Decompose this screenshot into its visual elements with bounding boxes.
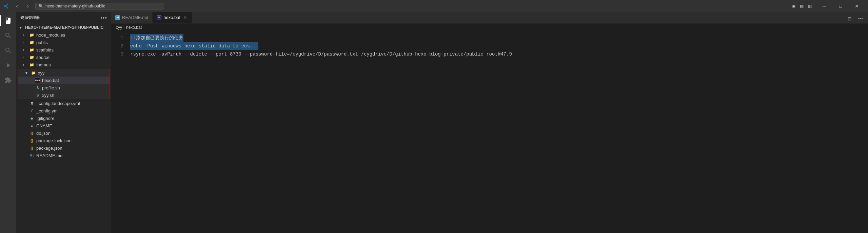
- sidebar-item-config-yml[interactable]: › ! _config.yml: [16, 107, 111, 114]
- tab-label-hexo-bat: hexo.bat: [163, 15, 180, 20]
- tree-label-xyy: xyy: [38, 70, 45, 76]
- more-actions-button[interactable]: •••: [856, 14, 865, 23]
- sidebar-item-package-json[interactable]: › {} package.json: [16, 144, 111, 152]
- folder-icon: 📁: [31, 70, 36, 76]
- folder-icon: 📁: [29, 55, 35, 60]
- layout-btn-1[interactable]: ▣: [790, 3, 797, 9]
- tree-label-profile-sh: profile.sh: [42, 85, 60, 90]
- code-token-1-1: ::添加自己要执行的任务: [130, 34, 183, 42]
- vscode-logo: [3, 3, 9, 9]
- tree-label-cname: CNAME: [36, 123, 52, 128]
- tree-label-hexo-bat: hexo.bat: [42, 78, 59, 83]
- sidebar-item-node_modules[interactable]: › 📁 node_modules: [16, 31, 111, 39]
- sidebar-item-db-json[interactable]: › {} db.json: [16, 129, 111, 137]
- bat-tab-icon: B: [157, 15, 161, 20]
- line-number-2: 2: [111, 42, 123, 50]
- code-token-2-2: Push winodws hexo static data to ecs...: [142, 42, 258, 50]
- chevron-right-icon: ›: [23, 48, 28, 52]
- sidebar-item-profile-sh[interactable]: › $ profile.sh: [18, 84, 110, 91]
- tree-label-source: source: [36, 55, 50, 60]
- nav-forward-button[interactable]: ›: [23, 2, 33, 10]
- sidebar-item-source[interactable]: › 📁 source: [16, 54, 111, 61]
- titlebar-search-text: hexo-theme-matery-github-public: [45, 4, 161, 8]
- titlebar-search-box[interactable]: 🔍 hexo-theme-matery-github-public: [35, 3, 164, 9]
- tree-label-gitignore: .gitignore: [36, 116, 54, 121]
- sidebar-item-readme-md[interactable]: › M↓ README.md: [16, 152, 111, 159]
- readme-tab-icon: M: [115, 15, 120, 20]
- sidebar-more-button[interactable]: •••: [100, 15, 107, 21]
- brace-icon: {}: [29, 130, 35, 136]
- folder-icon: 📁: [29, 32, 35, 38]
- tree-root-item[interactable]: ▼ HEXO-THEME-MATERY-GITHUB-PUBLIC: [16, 24, 111, 31]
- line-number-3: 3: [111, 50, 123, 58]
- sidebar: 资源管理器 ••• ▼ HEXO-THEME-MATERY-GITHUB-PUB…: [16, 12, 111, 233]
- titlebar-nav: ‹ ›: [12, 2, 33, 10]
- tab-readme[interactable]: M README.md: [111, 12, 153, 23]
- code-line-2: echo Push winodws hexo static data to ec…: [127, 42, 868, 50]
- tree-label-db-json: db.json: [36, 131, 51, 136]
- close-button[interactable]: ✕: [849, 0, 865, 12]
- code-editor: 1 2 3 ::添加自己要执行的任务 echo Push winodws hex…: [111, 31, 868, 233]
- tree-label-package-json: package.json: [36, 146, 62, 151]
- activity-item-scm[interactable]: [1, 44, 15, 57]
- readme-icon: M↓: [29, 153, 35, 158]
- chevron-right-icon: ›: [23, 41, 28, 44]
- maximize-button[interactable]: □: [833, 0, 848, 12]
- layout-btn-2[interactable]: ▤: [798, 3, 805, 9]
- line-numbers: 1 2 3: [111, 31, 127, 233]
- breadcrumb-part-xyy[interactable]: xyy: [116, 25, 122, 30]
- nav-back-button[interactable]: ‹: [12, 2, 22, 10]
- breadcrumb-part-file[interactable]: hexo.bat: [126, 25, 142, 30]
- sidebar-title: 资源管理器: [20, 15, 40, 20]
- sidebar-item-themes[interactable]: › 📁 themes: [16, 61, 111, 68]
- chevron-right-icon: ›: [23, 33, 28, 37]
- tree-label-themes: themes: [36, 62, 51, 67]
- diamond-icon: ◆: [29, 115, 35, 121]
- activity-item-explorer[interactable]: [1, 14, 15, 27]
- tree-root-label: HEXO-THEME-MATERY-GITHUB-PUBLIC: [25, 25, 103, 30]
- titlebar: ‹ › 🔍 hexo-theme-matery-github-public ▣ …: [0, 0, 868, 12]
- sidebar-item-xyy-sh[interactable]: › $ xyy.sh: [18, 91, 110, 99]
- folder-icon: 📁: [29, 62, 35, 67]
- sidebar-item-hexo-bat[interactable]: › BAT hexo.bat: [18, 77, 110, 84]
- layout-btn-3[interactable]: ▥: [806, 3, 813, 9]
- sidebar-item-xyy[interactable]: ▼ 📁 xyy: [18, 69, 110, 77]
- tree-label-readme-md: README.md: [36, 153, 62, 158]
- code-content[interactable]: ::添加自己要执行的任务 echo Push winodws hexo stat…: [127, 31, 868, 233]
- sidebar-item-scaffolds[interactable]: › 📁 scaffolds: [16, 46, 111, 54]
- chevron-right-icon: ›: [23, 63, 28, 67]
- brace-icon: {}: [29, 138, 35, 143]
- tree-label-config-yml: _config.yml: [36, 108, 59, 113]
- editor-area: M README.md B hexo.bat ✕ ⊟ ••• xyy › hex…: [111, 12, 868, 233]
- titlebar-right: ▣ ▤ ▥ ─ □ ✕: [790, 0, 865, 12]
- activity-item-extensions[interactable]: [1, 73, 15, 87]
- code-line-3: rsync.exe -avPzruh --delete --port 8730 …: [127, 50, 868, 58]
- tab-hexo-bat[interactable]: B hexo.bat ✕: [153, 12, 192, 23]
- activity-item-search[interactable]: [1, 29, 15, 42]
- sidebar-item-package-lock-json[interactable]: › {} package-lock.json: [16, 137, 111, 144]
- code-token-3-1: rsync.exe -avPzruh --delete --port 8730 …: [130, 50, 512, 58]
- tree-label-public: public: [36, 40, 48, 45]
- tree-label-package-lock-json: package-lock.json: [36, 138, 72, 143]
- sidebar-item-gitignore[interactable]: › ◆ .gitignore: [16, 114, 111, 122]
- chevron-down-icon: ▼: [19, 26, 24, 29]
- main-layout: 资源管理器 ••• ▼ HEXO-THEME-MATERY-GITHUB-PUB…: [0, 12, 868, 233]
- minimize-button[interactable]: ─: [816, 0, 832, 12]
- brace-icon: {}: [29, 145, 35, 151]
- activity-item-debug[interactable]: [1, 59, 15, 72]
- breadcrumb-separator: ›: [123, 25, 125, 30]
- tab-close-button[interactable]: ✕: [182, 15, 188, 20]
- activity-bar: [0, 12, 16, 233]
- split-editor-button[interactable]: ⊟: [845, 14, 854, 23]
- sidebar-tree: ▼ HEXO-THEME-MATERY-GITHUB-PUBLIC › 📁 no…: [16, 24, 111, 233]
- sidebar-item-cname[interactable]: › ≡ CNAME: [16, 122, 111, 129]
- folder-icon: 📁: [29, 40, 35, 45]
- layout-buttons: ▣ ▤ ▥: [790, 3, 813, 9]
- sidebar-item-public[interactable]: › 📁 public: [16, 39, 111, 46]
- equal-icon: ≡: [29, 123, 35, 128]
- sidebar-header: 资源管理器 •••: [16, 12, 111, 24]
- sidebar-item-config-landscape[interactable]: › ⚙ _config.landscape.yml: [16, 100, 111, 107]
- line-number-1: 1: [111, 34, 123, 42]
- tree-label-node_modules: node_modules: [36, 33, 65, 38]
- tab-bar-actions: ⊟ •••: [845, 14, 868, 23]
